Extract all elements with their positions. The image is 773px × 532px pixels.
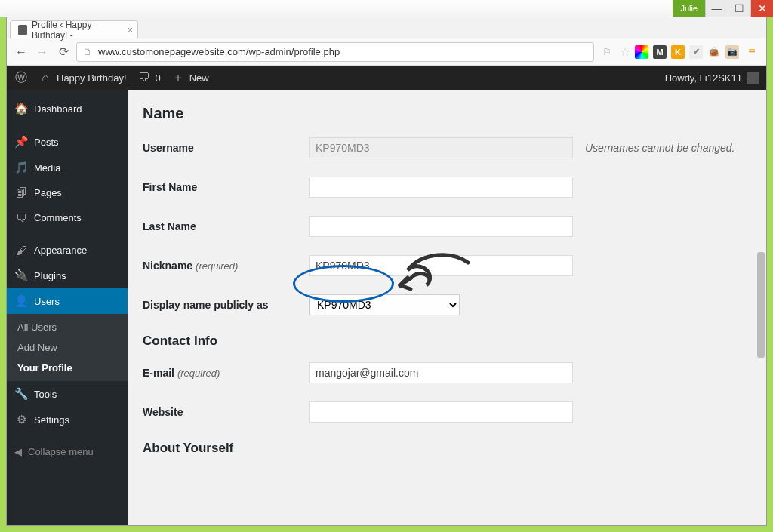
section-heading-contact: Contact Info (143, 334, 751, 349)
sidebar-item-label: Dashboard (34, 103, 82, 115)
row-firstname: First Name (143, 177, 751, 198)
row-displayname: Display name publicly as KP970MD3 (143, 294, 751, 315)
appearance-icon: 🖌 (14, 244, 28, 257)
pages-icon: 🗐 (14, 186, 28, 199)
sidebar-item-appearance[interactable]: 🖌Appearance (7, 238, 128, 263)
row-lastname: Last Name (143, 216, 751, 237)
browser-tabstrip: Profile ‹ Happy Birthday! - × (7, 17, 766, 38)
sidebar-item-label: Pages (34, 187, 62, 198)
site-title-label: Happy Birthday! (57, 72, 127, 84)
admin-sidebar: 🏠Dashboard 📌Posts 🎵Media 🗐Pages 🗨Comment… (7, 90, 128, 525)
tools-icon: 🔧 (14, 387, 28, 401)
sidebar-item-pages[interactable]: 🗐Pages (7, 180, 128, 205)
posts-icon: 📌 (14, 135, 28, 149)
tab-close-icon[interactable]: × (128, 25, 133, 35)
new-content[interactable]: ＋New (171, 71, 209, 85)
ext-icon-m[interactable]: M (653, 45, 667, 59)
ext-icon-bag[interactable]: 👜 (707, 45, 721, 59)
howdy-label: Howdy, Li12SK11 (665, 72, 742, 84)
vertical-scrollbar[interactable] (757, 139, 765, 522)
username-label: Username (143, 142, 309, 154)
wp-logo[interactable]: ⓦ (14, 71, 28, 85)
submenu-your-profile[interactable]: Your Profile (7, 358, 128, 378)
sidebar-item-label: Settings (34, 414, 69, 426)
window-titlebar: Julie — ☐ ✕ (0, 0, 773, 17)
window-maximize-button[interactable]: ☐ (728, 0, 750, 17)
ext-icon-k[interactable]: K (671, 45, 685, 59)
sidebar-item-posts[interactable]: 📌Posts (7, 129, 128, 155)
window-user-label: Julie (673, 0, 705, 17)
window-close-button[interactable]: ✕ (750, 0, 773, 17)
displayname-label: Display name publicly as (143, 299, 309, 311)
tab-title: Profile ‹ Happy Birthday! - (32, 20, 121, 41)
sidebar-item-label: Comments (34, 212, 82, 223)
dashboard-icon: 🏠 (14, 102, 28, 115)
sidebar-item-tools[interactable]: 🔧Tools (7, 381, 128, 407)
sidebar-item-label: Appearance (34, 244, 87, 256)
row-nickname: Nickname (required) (143, 255, 751, 276)
plugins-icon: 🔌 (14, 269, 28, 282)
sidebar-item-dashboard[interactable]: 🏠Dashboard (7, 96, 128, 121)
comments-link[interactable]: 🗨0 (137, 71, 161, 85)
browser-nav-row: ← → ⟳ 🗋 www.customonepagewebsite.com/wp-… (7, 38, 766, 66)
firstname-input[interactable] (309, 177, 573, 198)
profile-form: Name Username Usernames cannot be change… (128, 90, 766, 525)
chrome-menu-icon[interactable]: ≡ (744, 44, 760, 60)
settings-icon: ⚙ (14, 413, 28, 426)
browser-window: Profile ‹ Happy Birthday! - × ← → ⟳ 🗋 ww… (6, 17, 767, 526)
section-heading-name: Name (143, 105, 751, 122)
howdy-account[interactable]: Howdy, Li12SK11 (665, 72, 759, 84)
sidebar-item-label: Plugins (34, 270, 66, 281)
sidebar-item-media[interactable]: 🎵Media (7, 155, 128, 180)
url-text: www.customonepagewebsite.com/wp-admin/pr… (98, 46, 340, 57)
ext-icon-color[interactable] (635, 45, 648, 59)
plus-icon: ＋ (171, 71, 185, 85)
firstname-label: First Name (143, 181, 309, 193)
wordpress-icon: ⓦ (14, 71, 28, 85)
sidebar-item-plugins[interactable]: 🔌Plugins (7, 263, 128, 288)
sidebar-item-users[interactable]: 👤Users (7, 288, 128, 314)
comment-icon: 🗨 (137, 71, 151, 85)
collapse-icon: ◀ (14, 446, 22, 457)
section-heading-about: About Yourself (143, 441, 751, 456)
avatar (747, 72, 759, 84)
nickname-label: Nickname (required) (143, 260, 309, 272)
bookmark-star-icon[interactable]: ☆ (620, 45, 630, 59)
ext-icon-check[interactable]: ✔ (689, 45, 703, 59)
back-button[interactable]: ← (13, 44, 29, 60)
collapse-menu[interactable]: ◀Collapse menu (7, 440, 128, 463)
comments-icon: 🗨 (14, 211, 28, 224)
extension-icons: ⚐ ☆ M K ✔ 👜 📷 ≡ (599, 44, 760, 60)
website-label: Website (143, 406, 309, 418)
email-input[interactable] (309, 362, 573, 383)
url-bar[interactable]: 🗋 www.customonepagewebsite.com/wp-admin/… (76, 42, 594, 62)
comments-count: 0 (156, 72, 161, 84)
new-label: New (189, 72, 209, 84)
displayname-select[interactable]: KP970MD3 (309, 294, 460, 315)
site-name[interactable]: ⌂Happy Birthday! (38, 71, 127, 85)
submenu-add-new[interactable]: Add New (7, 337, 128, 358)
media-icon: 🎵 (14, 161, 28, 174)
forward-button[interactable]: → (34, 44, 51, 60)
sidebar-item-label: Posts (34, 137, 59, 148)
flag-icon[interactable]: ⚐ (599, 44, 615, 60)
browser-tab[interactable]: Profile ‹ Happy Birthday! - × (10, 20, 138, 38)
scrollbar-thumb[interactable] (757, 252, 765, 358)
username-input (309, 137, 573, 158)
users-icon: 👤 (14, 294, 28, 308)
sidebar-item-label: Tools (34, 389, 57, 400)
lastname-label: Last Name (143, 220, 309, 232)
lastname-input[interactable] (309, 216, 573, 237)
nickname-input[interactable] (309, 255, 573, 276)
sidebar-item-label: Media (34, 162, 60, 174)
sidebar-item-settings[interactable]: ⚙Settings (7, 407, 128, 432)
wp-admin: ⓦ ⌂Happy Birthday! 🗨0 ＋New Howdy, Li12SK… (7, 66, 766, 525)
window-minimize-button[interactable]: — (705, 0, 728, 17)
sidebar-item-comments[interactable]: 🗨Comments (7, 205, 128, 230)
website-input[interactable] (309, 401, 573, 423)
users-submenu: All Users Add New Your Profile (7, 314, 128, 381)
reload-button[interactable]: ⟳ (55, 44, 72, 60)
ext-icon-camera[interactable]: 📷 (725, 45, 739, 59)
submenu-all-users[interactable]: All Users (7, 317, 128, 337)
tab-favicon (18, 25, 27, 35)
